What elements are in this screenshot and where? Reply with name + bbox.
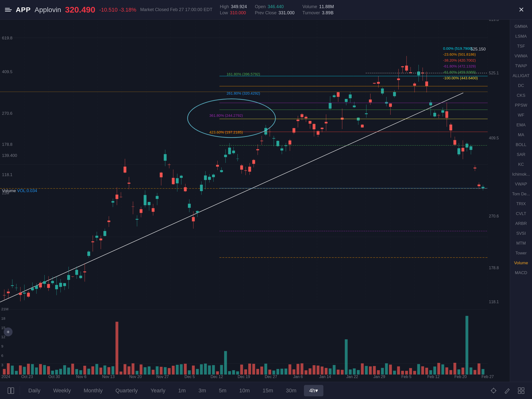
sidebar-item-svsi[interactable]: SVSI [510, 229, 532, 238]
svg-rect-0 [8, 388, 11, 394]
timeframe-1m[interactable]: 1m [173, 385, 191, 396]
main-layout: 619.8 409.5 270.6 178.8 139.400 118.1 0.… [0, 20, 532, 382]
sidebar-item-dc[interactable]: DC [510, 81, 532, 91]
sidebar-item-gmma[interactable]: GMMA [510, 22, 532, 32]
ticker-symbol[interactable]: APP [16, 6, 31, 14]
stat-volume: Volume 11.88M Turnover 3.89B [302, 4, 334, 16]
timeframe-15m[interactable]: 15m [257, 385, 279, 396]
timeframe-weekly[interactable]: Weekly [48, 385, 76, 396]
sidebar-item-wf[interactable]: WF [510, 110, 532, 120]
timeframe-10m[interactable]: 10m [234, 385, 255, 396]
svg-point-2 [492, 389, 496, 393]
svg-rect-9 [522, 388, 524, 390]
ticker-price: 320.490 [65, 5, 95, 15]
sidebar-item-cvlt[interactable]: CVLT [510, 209, 532, 219]
panel-toggle-button[interactable] [5, 385, 17, 397]
timeframe-5m[interactable]: 5m [214, 385, 232, 396]
svg-rect-10 [518, 391, 521, 394]
crosshair-button[interactable] [488, 385, 499, 397]
header: APP Applovin 320.490 -10.510 -3.18% Mark… [0, 0, 532, 20]
sidebar-item-ichimoku[interactable]: Ichimok... [510, 169, 532, 179]
sidebar-item-sar[interactable]: SAR [510, 150, 532, 160]
stat-open: Open 346.440 Prev Close 331.000 [255, 4, 295, 16]
timeframe-3m[interactable]: 3m [193, 385, 212, 396]
sidebar-item-tomde[interactable]: Tom De... [510, 189, 532, 199]
sidebar-item-lsma[interactable]: LSMA [510, 32, 532, 41]
sidebar-item-trix[interactable]: TRIX [510, 199, 532, 209]
svg-rect-1 [11, 388, 14, 394]
timeframe-daily[interactable]: Daily [23, 385, 46, 396]
logo-bar-1 [5, 8, 10, 9]
svg-line-7 [508, 389, 509, 390]
grid-icon [518, 387, 525, 394]
sidebar-item-arbr[interactable]: ARBR [510, 219, 532, 229]
sidebar-item-ema[interactable]: EMA [510, 120, 532, 130]
chart-area[interactable]: 619.8 409.5 270.6 178.8 139.400 118.1 0.… [0, 20, 510, 382]
timeframe-quarterly[interactable]: Quarterly [110, 385, 143, 396]
logo-bar-3 [5, 11, 11, 12]
sidebar-item-cks[interactable]: CKS [510, 91, 532, 100]
ticker-name: Applovin [35, 6, 61, 14]
sidebar-item-vwap[interactable]: VWAP [510, 179, 532, 189]
panel-icon [7, 387, 14, 394]
timeframe-30m[interactable]: 30m [281, 385, 302, 396]
sidebar-item-volume[interactable]: Volume [510, 258, 532, 268]
draw-button[interactable] [501, 385, 513, 397]
bottom-toolbar: Daily Weekly Monthly Quarterly Yearly 1m… [0, 382, 532, 399]
toolbar-sep-1 [20, 386, 20, 395]
right-sidebar: GMMA LSMA TSF VWMA TWAP ALLIGAT DC CKS P… [510, 20, 532, 382]
sidebar-item-ma[interactable]: MA [510, 130, 532, 140]
timeframe-monthly[interactable]: Monthly [78, 385, 108, 396]
sidebar-item-tsf[interactable]: TSF [510, 41, 532, 51]
sidebar-item-kc[interactable]: KC [510, 160, 532, 169]
draw-icon [504, 387, 511, 394]
header-left: APP Applovin 320.490 -10.510 -3.18% Mark… [5, 5, 213, 15]
grid-button[interactable] [515, 385, 527, 397]
logo-bar-2 [5, 9, 12, 10]
sidebar-item-boll[interactable]: BOLL [510, 140, 532, 150]
svg-rect-8 [518, 388, 521, 390]
timeframe-yearly[interactable]: Yearly [145, 385, 171, 396]
market-status: Market Closed Feb 27 17:00:00 EDT [140, 7, 212, 12]
crosshair-icon [490, 387, 497, 394]
close-button[interactable]: ✕ [515, 4, 527, 16]
sidebar-item-macd[interactable]: MACD [510, 268, 532, 278]
stat-high: High 349.924 Low 310.000 [220, 4, 247, 16]
sidebar-item-vwma[interactable]: VWMA [510, 51, 532, 61]
ticker-change: -10.510 -3.18% [99, 7, 136, 13]
sidebar-item-ppsw[interactable]: PPSW [510, 100, 532, 110]
price-chart[interactable] [0, 20, 510, 382]
sidebar-item-twap[interactable]: TWAP [510, 61, 532, 71]
header-stats: High 349.924 Low 310.000 Open 346.440 Pr… [220, 4, 334, 16]
timeframe-4h[interactable]: 4h▾ [304, 385, 323, 396]
sidebar-item-tower[interactable]: Tower [510, 248, 532, 258]
app-logo[interactable] [5, 8, 12, 12]
sidebar-item-mtm[interactable]: MTM [510, 238, 532, 248]
svg-rect-11 [522, 391, 524, 394]
sidebar-item-alligat[interactable]: ALLIGAT [510, 71, 532, 81]
